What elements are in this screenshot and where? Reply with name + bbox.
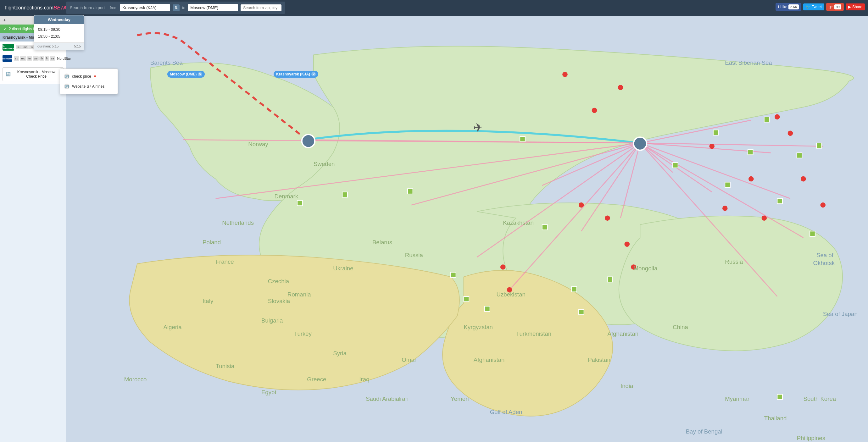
popup-duration: duration: 5:15 5:15 [34,42,84,50]
website-s7-item[interactable]: 🔄 Website S7 Airlines [60,82,118,92]
krasnoyarsk-close-button[interactable]: ✕ [311,72,316,76]
svg-text:Barents Sea: Barents Sea [150,59,183,66]
check-price-icon: 🔄 [6,72,11,76]
day-th: th [39,56,44,61]
map-area: ✈ Barents Sea East Siberian Sea Sea of O… [66,16,434,221]
check-icon: ✓ [3,26,7,31]
krasnoyarsk-airport-name: Krasnoyarsk (KJA) [276,72,310,76]
airline-row-nordstar[interactable]: NordStar su mo tu we th fr sa NordStar [0,53,66,64]
svg-text:Denmark: Denmark [274,193,298,200]
time-slot-1: 08:15 - 09:30 [38,26,80,33]
day-fr: fr [45,56,50,61]
from-airport-input[interactable] [120,4,170,11]
check-price-button[interactable]: 🔄 Krasnoyarsk - Moscow Check Price [2,67,64,81]
swap-button[interactable]: ⇅ [173,4,180,11]
svg-rect-17 [297,200,303,206]
day-sa: sa [50,56,55,61]
airlines-dropdown: 🔄 check price ♥ 🔄 Website S7 Airlines [60,68,118,94]
nordstar-airline-name: NordStar [57,57,71,60]
svg-text:Netherlands: Netherlands [222,219,254,221]
svg-rect-18 [342,192,347,197]
day-su: su [14,56,20,61]
duration-label: duration: 5:15 [37,44,59,48]
wednesday-popup: Wednesday 08:15 - 09:30 19:50 - 21:05 du… [34,15,84,50]
nordstar-day-pills: su mo tu we th fr sa [14,56,55,61]
check-price-item[interactable]: 🔄 check price ♥ [60,71,118,82]
search-bar: Search from airport from ⇅ to [66,2,285,14]
svg-text:Sweden: Sweden [314,161,335,167]
check-price-label: Krasnoyarsk - Moscow Check Price [12,70,60,78]
popup-times: 08:15 - 09:30 19:50 - 21:05 [34,24,84,42]
svg-rect-19 [408,189,413,194]
check-price-popup-label: check price [72,74,91,78]
nordstar-logo: NordStar [2,55,12,62]
moscow-airport-name: Moscow (DME) [170,72,196,76]
svg-point-55 [302,134,315,148]
day-tu: tu [29,45,34,50]
check-price-popup-icon: 🔄 [64,73,69,79]
website-s7-label: Website S7 Airlines [72,84,104,89]
krasnoyarsk-airport-label[interactable]: Krasnoyarsk (KJA) ✕ [274,71,318,77]
website-icon: 🔄 [64,84,69,89]
day-we: we [33,56,39,61]
day-su: su [16,45,22,50]
search-label: Search from airport [70,5,105,10]
moscow-airport-label[interactable]: Moscow (DME) ✕ [167,71,205,77]
popup-day-header: Wednesday [34,15,84,24]
day-mo: mo [20,56,26,61]
to-airport-input[interactable] [188,4,238,11]
moscow-close-button[interactable]: ✕ [198,72,202,76]
day-tu: tu [27,56,32,61]
map-svg: ✈ Barents Sea East Siberian Sea Sea of O… [66,16,434,221]
zip-search-input[interactable] [241,4,281,11]
logo: flightconnections.comBETA [0,5,72,11]
heart-icon: ♥ [94,74,96,79]
day-mo: mo [22,45,29,50]
time-slot-2: 19:50 - 21:05 [38,33,80,40]
from-label: from [110,6,117,10]
to-label: to [182,6,185,10]
duration-value: 5:15 [74,44,81,48]
svg-text:Norway: Norway [248,141,268,148]
filter-icon: ✈ [2,18,6,23]
s7-logo: S7 AIRLINES [2,44,14,51]
